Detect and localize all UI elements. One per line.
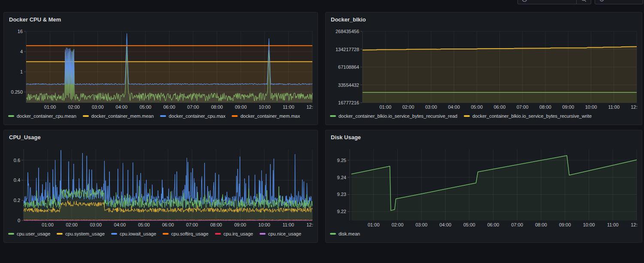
svg-text:07:00: 07:00 <box>511 222 523 227</box>
refresh-icon <box>599 0 605 2</box>
svg-text:9.24: 9.24 <box>337 175 346 180</box>
svg-text:10:00: 10:00 <box>583 222 595 227</box>
legend-item[interactable]: disk.mean <box>330 231 360 236</box>
zoom-out-button[interactable] <box>576 0 591 4</box>
legend: docker_container_blkio.io_service_bytes_… <box>330 113 638 119</box>
legend-swatch <box>111 233 117 235</box>
svg-text:06:00: 06:00 <box>162 222 174 227</box>
legend-item[interactable]: docker_container_blkio.io_service_bytes_… <box>330 113 457 119</box>
legend-label: cpu.user_usage <box>17 231 50 236</box>
svg-text:03:00: 03:00 <box>415 222 427 227</box>
legend-label: docker_container_cpu.max <box>169 113 225 119</box>
chart-plot[interactable]: 01:0002:0003:0004:0005:0006:0007:0008:00… <box>8 147 313 229</box>
legend-label: docker_container_mem.mean <box>91 113 154 119</box>
refresh-button[interactable] <box>595 0 608 4</box>
svg-text:9.23: 9.23 <box>337 192 346 197</box>
legend-item[interactable]: cpu.system_usage <box>57 231 105 236</box>
svg-text:09:00: 09:00 <box>559 222 571 227</box>
chart-plot[interactable]: 01:0002:0003:0004:0005:0006:0007:0008:00… <box>8 29 313 111</box>
svg-text:9.22: 9.22 <box>337 209 346 214</box>
legend-item[interactable]: cpu.user_usage <box>8 231 50 236</box>
time-range-picker-button[interactable] <box>518 0 576 4</box>
panel-cpu-usage: CPU_Usage 01:0002:0003:0004:0005:0006:00… <box>3 130 318 243</box>
legend-swatch <box>163 233 169 235</box>
svg-text:4: 4 <box>20 49 23 54</box>
svg-text:03:00: 03:00 <box>92 104 104 110</box>
svg-text:02:00: 02:00 <box>68 104 80 110</box>
legend-item[interactable]: docker_container_cpu.mean <box>8 113 76 119</box>
svg-text:10:00: 10:00 <box>258 222 270 227</box>
panel-title[interactable]: Disk Usage <box>331 134 638 141</box>
legend-item[interactable]: docker_container_cpu.max <box>160 113 225 119</box>
svg-text:02:00: 02:00 <box>392 222 404 227</box>
svg-text:11:00: 11:00 <box>283 104 294 110</box>
panel-title[interactable]: Docker_blkio <box>331 16 638 24</box>
legend-item[interactable]: cpu.iowait_usage <box>111 231 156 236</box>
svg-text:04:00: 04:00 <box>114 222 126 227</box>
legend-swatch <box>464 115 470 117</box>
svg-text:12:00: 12:00 <box>306 104 313 110</box>
legend-item[interactable]: cpu.irq_usage <box>215 231 253 236</box>
legend-swatch <box>160 115 166 117</box>
legend-swatch <box>330 115 336 117</box>
svg-text:16777216: 16777216 <box>338 100 359 105</box>
svg-text:268435456: 268435456 <box>336 29 359 34</box>
svg-text:134217728: 134217728 <box>336 47 359 52</box>
svg-text:9.25: 9.25 <box>337 158 346 163</box>
legend-item[interactable]: docker_container_mem.mean <box>83 113 154 119</box>
legend-item[interactable]: cpu.nice_usage <box>260 231 301 236</box>
legend-swatch <box>260 233 266 235</box>
panel-disk-usage: Disk Usage 01:0002:0003:0004:0005:0006:0… <box>325 130 642 243</box>
svg-text:08:00: 08:00 <box>210 222 222 227</box>
legend-swatch <box>232 115 238 117</box>
svg-text:67108864: 67108864 <box>338 64 359 70</box>
svg-text:11:00: 11:00 <box>608 104 620 110</box>
svg-text:01:00: 01:00 <box>379 104 391 110</box>
panel-docker-cpu-mem: Docker CPU & Mem 01:0002:0003:0004:0005:… <box>3 12 318 125</box>
svg-text:05:00: 05:00 <box>471 104 483 110</box>
svg-text:05:00: 05:00 <box>463 222 475 227</box>
panel-docker-blkio: Docker_blkio 01:0002:0003:0004:0005:0006… <box>325 12 642 125</box>
legend-swatch <box>83 115 89 117</box>
svg-text:01:00: 01:00 <box>368 222 380 227</box>
legend-item[interactable]: cpu.softirq_usage <box>163 231 209 236</box>
svg-text:0: 0 <box>18 218 20 223</box>
svg-text:01:00: 01:00 <box>44 104 56 110</box>
svg-text:08:00: 08:00 <box>211 104 223 110</box>
svg-text:03:00: 03:00 <box>425 104 437 110</box>
legend-label: docker_container_blkio.io_service_bytes_… <box>339 113 457 119</box>
svg-text:05:00: 05:00 <box>138 222 150 227</box>
svg-text:04:00: 04:00 <box>439 222 451 227</box>
legend-label: cpu.irq_usage <box>224 231 253 236</box>
svg-text:12:00: 12:00 <box>306 222 313 227</box>
clock-icon <box>522 0 527 2</box>
legend-swatch <box>330 233 336 235</box>
legend-item[interactable]: docker_container_blkio.io_service_bytes_… <box>464 113 592 119</box>
panel-title[interactable]: CPU_Usage <box>9 134 313 141</box>
svg-text:33554432: 33554432 <box>338 83 359 88</box>
legend-label: cpu.iowait_usage <box>120 231 156 236</box>
chart-plot[interactable]: 01:0002:0003:0004:0005:0006:0007:0008:00… <box>330 147 638 229</box>
legend: docker_container_cpu.meandocker_containe… <box>8 113 313 119</box>
time-range-picker-group <box>517 0 591 4</box>
legend-item[interactable]: docker_container_mem.max <box>232 113 300 119</box>
legend-label: docker_container_mem.max <box>240 113 300 119</box>
svg-text:0.2: 0.2 <box>14 198 20 203</box>
toolbar <box>0 0 644 4</box>
svg-text:06:00: 06:00 <box>494 104 506 110</box>
magnifier-minus-icon <box>581 0 587 2</box>
panel-title[interactable]: Docker CPU & Mem <box>9 16 313 24</box>
svg-text:02:00: 02:00 <box>402 104 414 110</box>
svg-text:06:00: 06:00 <box>487 222 499 227</box>
svg-text:0.250: 0.250 <box>11 89 23 95</box>
svg-text:04:00: 04:00 <box>448 104 460 110</box>
svg-text:05:00: 05:00 <box>139 104 151 110</box>
legend-label: cpu.nice_usage <box>268 231 301 236</box>
svg-text:11:00: 11:00 <box>607 222 619 227</box>
legend: cpu.user_usagecpu.system_usagecpu.iowait… <box>8 231 313 236</box>
svg-text:08:00: 08:00 <box>535 222 547 227</box>
svg-text:01:00: 01:00 <box>42 222 54 227</box>
chart-plot[interactable]: 01:0002:0003:0004:0005:0006:0007:0008:00… <box>330 29 638 111</box>
legend: disk.mean <box>330 231 638 236</box>
svg-text:07:00: 07:00 <box>517 104 529 110</box>
